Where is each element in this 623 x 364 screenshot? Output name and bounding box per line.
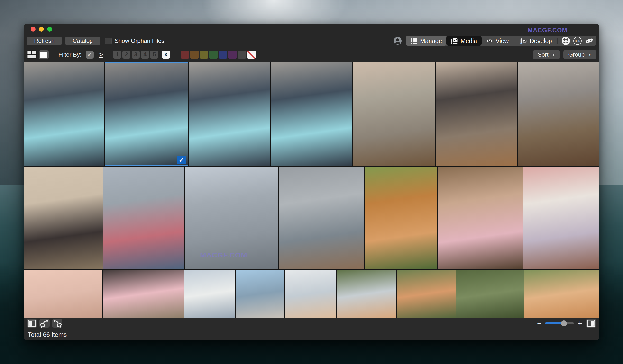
checkbox-label: Show Orphan Files [115, 38, 164, 44]
thumbnail-r2c6[interactable] [438, 167, 523, 269]
tab-label: View [496, 38, 509, 44]
thumbnail-r1c5[interactable] [353, 62, 435, 166]
grid-icon [410, 37, 418, 44]
thumbnail-r1c4[interactable] [271, 62, 352, 166]
main-toolbar: Refresh Catalog Show Orphan Files Manage [24, 35, 599, 47]
zoom-in-button[interactable]: + [578, 320, 582, 327]
rating-3-button[interactable]: 3 [132, 51, 140, 59]
develop-icon [520, 37, 527, 44]
thumbnail-r1c2[interactable]: ✓ [105, 62, 188, 166]
color-label-swatch-4[interactable] [209, 51, 218, 59]
color-label-swatch-1[interactable] [180, 51, 189, 59]
tab-develop[interactable]: Develop [515, 36, 556, 46]
thumbnail-r3c4[interactable] [236, 270, 285, 318]
catalog-button[interactable]: Catalog [65, 37, 100, 45]
thumbnail-r2c3[interactable] [185, 167, 278, 269]
panel-left-toggle-button[interactable] [27, 319, 37, 327]
rotate-left-icon[interactable] [52, 319, 62, 327]
chevron-down-icon: ▼ [552, 53, 555, 57]
thumbnail-r2c4[interactable] [279, 167, 364, 269]
rotate-right-icon[interactable] [39, 319, 50, 327]
thumbnail-r1c6[interactable] [436, 62, 517, 166]
chevron-down-icon: ▼ [588, 53, 591, 57]
zoom-slider-thumb[interactable] [561, 321, 567, 326]
divider [514, 38, 514, 44]
color-label-swatch-7[interactable] [238, 51, 246, 59]
minimize-button[interactable] [39, 27, 44, 32]
thumbnail-r1c3[interactable] [189, 62, 270, 166]
color-label-swatch-5[interactable] [219, 51, 227, 59]
tab-label: Media [460, 38, 477, 44]
sort-label: Sort [538, 51, 549, 58]
zoom-window-button[interactable] [47, 27, 52, 32]
sync-eye-icon[interactable] [584, 36, 594, 45]
media-icon [451, 37, 458, 44]
thumbnail-r3c2[interactable] [103, 270, 184, 318]
no-color-label-swatch[interactable] [247, 51, 256, 59]
group-label: Group [568, 51, 584, 58]
traffic-lights [31, 27, 52, 32]
rating-5-button[interactable]: 5 [150, 51, 158, 59]
color-label-swatch-3[interactable] [200, 51, 208, 59]
tab-view[interactable]: View [482, 36, 513, 46]
thumbnail-r2c5[interactable] [365, 167, 437, 269]
mode-tabs: Manage Media View [406, 36, 596, 46]
thumbnail-row-1: ✓ [24, 62, 599, 166]
color-label-swatch-6[interactable] [228, 51, 237, 59]
thumbnail-r2c2[interactable] [103, 167, 184, 269]
total-items-label: Total 66 items [28, 331, 67, 339]
mosaic-view-button[interactable] [27, 50, 37, 59]
thumbnail-r3c8[interactable] [456, 270, 524, 318]
acdsee-365-icon[interactable]: 365 [573, 36, 582, 45]
tab-label: Develop [530, 38, 552, 44]
thumbnail-r1c1[interactable] [24, 62, 104, 166]
rating-filter-group: 12345 [113, 51, 158, 59]
square-view-button[interactable] [39, 50, 49, 59]
sort-group-controls: Sort ▼ Group ▼ [533, 50, 596, 59]
thumbnail-row-3 [24, 270, 599, 318]
group-dropdown[interactable]: Group ▼ [563, 50, 596, 59]
thumbnail-r2c7[interactable] [523, 167, 599, 269]
color-label-swatch-2[interactable] [190, 51, 199, 59]
rating-4-button[interactable]: 4 [141, 51, 149, 59]
panel-right-toggle-button[interactable] [586, 319, 596, 327]
divider [557, 38, 558, 44]
selected-check-badge: ✓ [177, 156, 186, 164]
eye-icon [486, 37, 493, 44]
color-label-group [180, 51, 256, 59]
tab-label: Manage [420, 38, 442, 44]
close-button[interactable] [31, 27, 36, 32]
thumbnail-r2c1[interactable] [24, 167, 103, 269]
thumbnail-r3c5[interactable] [285, 270, 336, 318]
thumbnail-r3c1[interactable] [24, 270, 102, 318]
greater-equal-toggle[interactable]: ≥ [99, 51, 103, 59]
thumbnail-r3c7[interactable] [397, 270, 456, 318]
rating-2-button[interactable]: 2 [122, 51, 131, 59]
show-orphan-files-checkbox[interactable]: Show Orphan Files [105, 38, 164, 44]
thumbnail-r3c6[interactable] [337, 270, 396, 318]
filter-bar: Filter By: ✓ ≥ 12345 X Sort ▼ Group ▼ [24, 47, 599, 62]
clear-rating-button[interactable]: X [162, 51, 170, 59]
thumbnail-r3c3[interactable] [184, 270, 235, 318]
people-icon[interactable] [561, 36, 570, 45]
filter-by-label: Filter By: [58, 51, 82, 58]
thumbnail-r1c7[interactable] [518, 62, 599, 166]
rating-filter-checkbox[interactable]: ✓ [86, 51, 94, 59]
sort-dropdown[interactable]: Sort ▼ [533, 50, 560, 59]
zoom-out-button[interactable]: − [537, 320, 541, 327]
zoom-slider[interactable] [545, 323, 574, 324]
mode-switcher-group: Manage Media View [393, 36, 596, 46]
badge-365-label: 365 [573, 37, 582, 45]
status-bar: Total 66 items [24, 329, 599, 340]
app-window: Refresh Catalog Show Orphan Files Manage [24, 24, 599, 340]
zoom-controls: − + [537, 319, 596, 327]
tab-manage[interactable]: Manage [406, 36, 446, 46]
tab-media[interactable]: Media [446, 36, 481, 46]
thumbnail-row-2 [24, 167, 599, 269]
refresh-button[interactable]: Refresh [27, 37, 62, 45]
checkbox-box[interactable] [105, 38, 112, 44]
user-avatar-icon[interactable] [393, 37, 402, 45]
rating-1-button[interactable]: 1 [113, 51, 121, 59]
bottom-toolbar: − + [24, 318, 599, 329]
thumbnail-r3c9[interactable] [524, 270, 599, 318]
